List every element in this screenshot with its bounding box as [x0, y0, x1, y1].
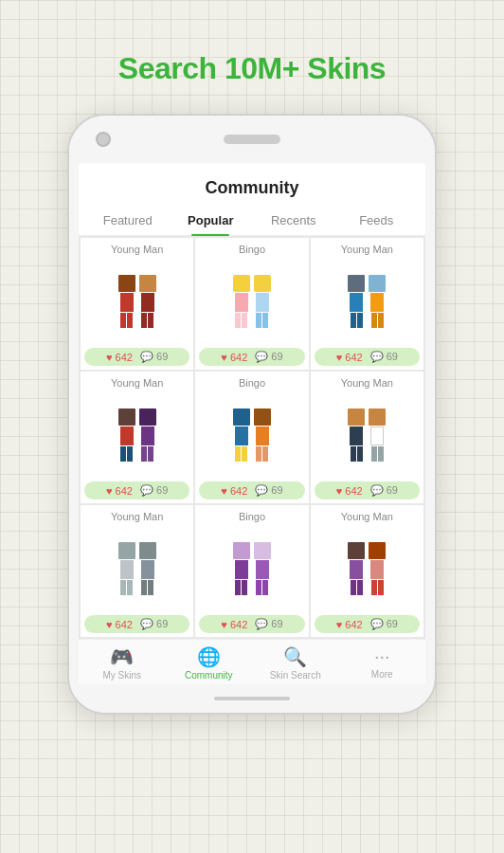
tab-recents[interactable]: Recents: [252, 206, 335, 235]
skin-card[interactable]: Young Man: [81, 505, 193, 637]
tab-popular[interactable]: Popular: [170, 206, 253, 235]
skin-card[interactable]: Young Man: [81, 238, 193, 370]
nav-community[interactable]: 🌐 Community: [166, 645, 253, 681]
skin-image: [84, 259, 189, 344]
skin-card[interactable]: Young Man: [311, 372, 423, 503]
skin-stats: ♥ 642 💬 69: [315, 615, 420, 633]
skin-name: Young Man: [111, 244, 163, 255]
skin-image: [315, 259, 420, 344]
community-icon: 🌐: [197, 645, 221, 668]
skins-grid: Young Man: [79, 236, 425, 639]
skin-stats: ♥ 642 💬 69: [315, 348, 420, 366]
search-icon: 🔍: [283, 645, 307, 668]
skin-name: Bingo: [239, 377, 265, 389]
skin-stats: ♥ 642 💬 69: [84, 615, 189, 633]
phone-bottom: [69, 684, 435, 713]
tab-feeds[interactable]: Feeds: [335, 206, 419, 235]
skin-stats: ♥ 642 💬 69: [199, 348, 304, 366]
skin-stats: ♥ 642 💬 69: [315, 481, 420, 499]
skin-image: [199, 526, 304, 611]
nav-label-search: Skin Search: [270, 670, 321, 681]
skin-name: Young Man: [341, 244, 393, 255]
skin-image: [315, 526, 420, 611]
skin-card[interactable]: Young Man: [311, 238, 423, 370]
speaker: [224, 135, 280, 144]
skin-card[interactable]: Bingo: [195, 238, 308, 370]
skin-image: [84, 392, 189, 478]
skin-name: Bingo: [239, 511, 265, 522]
skin-image: [199, 392, 304, 478]
skin-card[interactable]: Young Man: [311, 505, 423, 637]
nav-label-my-skins: My Skins: [102, 670, 141, 681]
skin-stats: ♥ 642 💬 69: [84, 481, 189, 499]
more-icon: ···: [374, 645, 390, 667]
skin-card[interactable]: Bingo: [195, 505, 308, 637]
my-skins-icon: 🎮: [110, 645, 134, 668]
home-indicator: [214, 697, 290, 700]
tab-bar: Featured Popular Recents Feeds: [79, 206, 425, 236]
skin-stats: ♥ 642 💬 69: [199, 615, 304, 633]
nav-more[interactable]: ··· More: [339, 645, 426, 681]
nav-label-more: More: [371, 669, 393, 680]
skin-image: [199, 259, 304, 344]
skin-name: Young Man: [111, 511, 163, 522]
skin-stats: ♥ 642 💬 69: [84, 348, 189, 366]
app-header: Community: [79, 163, 425, 206]
skin-name: Young Man: [111, 377, 163, 389]
skin-stats: ♥ 642 💬 69: [199, 481, 304, 499]
skin-name: Young Man: [341, 377, 393, 389]
nav-skin-search[interactable]: 🔍 Skin Search: [252, 645, 339, 681]
phone-top-bar: [69, 116, 435, 163]
phone-shell: Community Featured Popular Recents Feeds…: [67, 114, 437, 715]
skin-name: Bingo: [239, 244, 265, 255]
skin-name: Young Man: [341, 511, 393, 522]
nav-label-community: Community: [185, 670, 233, 681]
skin-image: [315, 392, 420, 478]
phone-screen: Community Featured Popular Recents Feeds…: [79, 163, 425, 684]
hero-title: Search 10M+ Skins: [118, 52, 386, 85]
skin-card[interactable]: Bingo: [195, 372, 308, 503]
camera-icon: [96, 132, 111, 147]
bottom-nav: 🎮 My Skins 🌐 Community 🔍 Skin Search ···…: [79, 639, 425, 684]
skin-card[interactable]: Young Man: [81, 372, 193, 503]
skin-image: [84, 526, 189, 611]
tab-featured[interactable]: Featured: [86, 206, 170, 235]
nav-my-skins[interactable]: 🎮 My Skins: [79, 645, 166, 681]
